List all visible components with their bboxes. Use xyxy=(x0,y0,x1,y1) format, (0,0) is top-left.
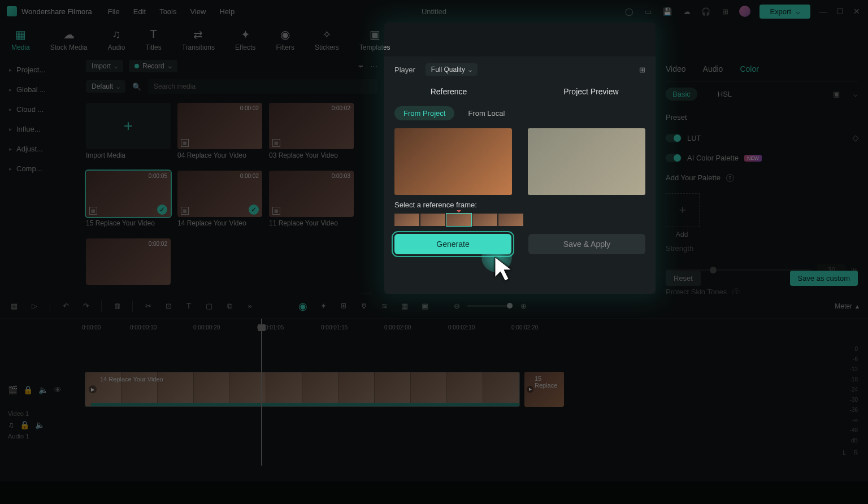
pointer-icon[interactable]: ▷ xyxy=(29,302,40,310)
sidebar-item[interactable]: Cloud ... xyxy=(0,99,79,119)
tab-templates[interactable]: ▣Templates xyxy=(359,28,390,51)
menu-help[interactable]: Help xyxy=(219,7,235,16)
more-icon[interactable]: » xyxy=(245,302,255,310)
sidebar-item[interactable]: Adjust... xyxy=(0,139,79,159)
save-icon[interactable]: 💾 xyxy=(662,6,672,16)
reference-frame[interactable] xyxy=(420,214,445,226)
more-icon[interactable]: ⋯ xyxy=(370,62,377,71)
record-button[interactable]: Record ⌵ xyxy=(129,60,177,72)
record-status-icon[interactable]: ◯ xyxy=(624,6,634,16)
save-apply-button[interactable]: Save & Apply xyxy=(528,234,645,254)
tab-titles[interactable]: TTitles xyxy=(145,28,161,51)
cut-icon[interactable]: ✂ xyxy=(143,302,153,310)
select-icon[interactable]: ▦ xyxy=(9,302,19,310)
reference-frame[interactable] xyxy=(394,214,419,226)
tab-audio[interactable]: ♫Audio xyxy=(108,28,125,51)
compare-icon[interactable]: ▣ xyxy=(833,90,840,98)
audio-track-icon[interactable]: ♫ xyxy=(8,420,14,429)
zoom-out-icon[interactable]: ⊖ xyxy=(452,302,462,310)
tab-transitions[interactable]: ⇄Transitions xyxy=(182,28,215,51)
save-custom-button[interactable]: Save as custom xyxy=(790,271,858,286)
shield-icon[interactable]: ⛨ xyxy=(338,302,349,310)
gallery-icon[interactable]: ▦ xyxy=(400,302,410,310)
media-item[interactable]: 0:00:05▦✓ 15 Replace Your Video xyxy=(86,171,171,229)
link-icon[interactable]: ⧉ xyxy=(224,302,235,311)
tab-from-project[interactable]: From Project xyxy=(394,106,454,120)
mute-icon[interactable]: 🔈 xyxy=(35,420,45,429)
media-item-import[interactable]: + Import Media xyxy=(86,103,171,162)
subtab-basic[interactable]: Basic xyxy=(666,88,697,101)
tab-audio[interactable]: Audio xyxy=(703,64,723,73)
import-dropdown[interactable]: Import xyxy=(86,60,123,72)
tab-stickers[interactable]: ✧Stickers xyxy=(315,28,339,51)
sidebar-item[interactable]: Influe... xyxy=(0,119,79,139)
marker-icon[interactable]: ▣ xyxy=(420,302,430,310)
meter-dropdown[interactable]: Meter ▴ xyxy=(835,302,859,310)
sparkle-icon[interactable]: ✦ xyxy=(318,302,328,310)
reference-frame[interactable] xyxy=(498,214,523,226)
tab-effects[interactable]: ✦Effects xyxy=(235,28,255,51)
text-icon[interactable]: T xyxy=(184,302,194,310)
headphones-icon[interactable]: 🎧 xyxy=(701,6,711,16)
video-track-icon[interactable]: 🎬 xyxy=(8,385,18,394)
reset-button[interactable]: Reset xyxy=(666,271,701,286)
media-item[interactable]: 0:00:02▦ 04 Replace Your Video xyxy=(177,103,262,162)
tab-color[interactable]: Color xyxy=(740,64,758,73)
ai-icon[interactable]: ◉ xyxy=(298,300,308,312)
frame-strip[interactable] xyxy=(394,214,645,226)
timeline-clip[interactable]: ▶ 15 Replace xyxy=(524,372,564,407)
layout-grid-icon[interactable]: ⊞ xyxy=(639,66,645,74)
tab-media[interactable]: ▦Media xyxy=(11,28,30,51)
ai-palette-toggle[interactable] xyxy=(666,154,682,162)
maximize-icon[interactable]: ☐ xyxy=(836,7,844,16)
menu-file[interactable]: File xyxy=(108,7,120,16)
search-input[interactable] xyxy=(148,79,377,94)
zoom-in-icon[interactable]: ⊕ xyxy=(518,302,528,310)
media-item[interactable]: 0:00:02▦✓ 14 Replace Your Video xyxy=(177,171,262,229)
user-avatar[interactable] xyxy=(739,6,750,17)
device-icon[interactable]: ▭ xyxy=(643,6,653,16)
mute-icon[interactable]: 🔈 xyxy=(38,385,48,394)
timeline-ruler[interactable]: 0:00:00 0:00:00:10 0:00:00:20 0:00:01:05… xyxy=(0,319,868,336)
export-button[interactable]: Export⌵ xyxy=(760,5,810,19)
quality-dropdown[interactable]: Full Quality xyxy=(426,63,478,76)
chevron-down-icon[interactable]: ⌵ xyxy=(853,90,858,98)
info-icon[interactable]: ? xyxy=(726,174,734,182)
rect-icon[interactable]: ▢ xyxy=(204,302,214,310)
reference-frame[interactable] xyxy=(472,214,497,226)
subtab-hsl[interactable]: HSL xyxy=(711,88,739,101)
zoom-slider[interactable] xyxy=(467,305,513,307)
lock-icon[interactable]: 🔒 xyxy=(20,420,29,429)
tab-video[interactable]: Video xyxy=(666,64,686,73)
undo-icon[interactable]: ↶ xyxy=(60,302,71,310)
mic-icon[interactable]: 🎙 xyxy=(359,302,369,310)
media-item[interactable]: 0:00:03▦ 11 Replace Your Video xyxy=(269,171,354,229)
lock-icon[interactable]: 🔒 xyxy=(23,385,33,394)
sort-dropdown[interactable]: Default xyxy=(86,80,125,93)
keyframe-icon[interactable] xyxy=(852,135,858,141)
sidebar-item[interactable]: Project... xyxy=(0,60,79,80)
add-palette-button[interactable]: + xyxy=(666,193,700,227)
media-item[interactable]: 0:00:02▦ 03 Replace Your Video xyxy=(269,103,354,162)
lut-toggle[interactable] xyxy=(666,134,682,142)
filter-icon[interactable]: ⫧ xyxy=(357,62,364,71)
menu-tools[interactable]: Tools xyxy=(159,7,176,16)
sidebar-item[interactable]: Comp... xyxy=(0,159,79,179)
redo-icon[interactable]: ↷ xyxy=(81,302,91,310)
tab-stock-media[interactable]: ☁Stock Media xyxy=(50,28,88,51)
tab-from-local[interactable]: From Local xyxy=(459,106,514,120)
cloud-icon[interactable]: ☁ xyxy=(682,6,692,16)
delete-icon[interactable]: 🗑 xyxy=(112,302,122,310)
playhead[interactable] xyxy=(261,319,262,466)
media-item[interactable]: 0:00:02 xyxy=(86,238,171,289)
reference-frame-selected[interactable] xyxy=(446,214,471,226)
menu-view[interactable]: View xyxy=(190,7,206,16)
grid-icon[interactable]: ⊞ xyxy=(720,6,730,16)
reference-image[interactable] xyxy=(394,128,512,195)
timeline-clip[interactable]: ▶ 14 Replace Your Video xyxy=(85,372,520,407)
eye-icon[interactable]: 👁 xyxy=(54,385,62,394)
waveform-icon[interactable]: ≋ xyxy=(379,302,389,310)
tab-filters[interactable]: ◉Filters xyxy=(276,28,294,51)
menu-edit[interactable]: Edit xyxy=(133,7,146,16)
sidebar-item[interactable]: Global ... xyxy=(0,80,79,99)
